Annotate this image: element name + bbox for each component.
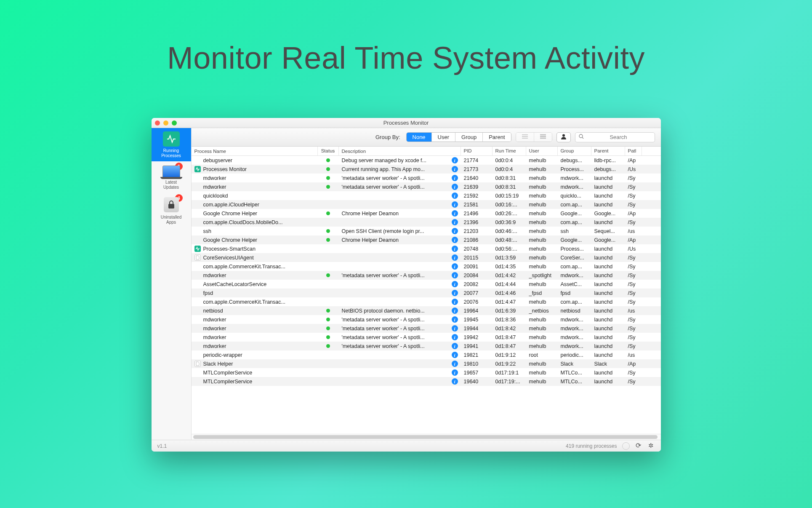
cell-group: Process...	[558, 166, 591, 172]
column-header-pid[interactable]: PID	[461, 147, 493, 155]
sidebar-item-latest-updates[interactable]: 6 Latest Updates	[152, 161, 191, 193]
scrollbar-thumb[interactable]	[193, 435, 658, 439]
sidebar-item-running-processes[interactable]: Running Processes	[152, 128, 191, 161]
table-row[interactable]: com.apple.CommerceKit.Transac...i200910d…	[192, 262, 661, 271]
groupby-option-user[interactable]: User	[432, 133, 455, 142]
user-icon	[561, 134, 567, 141]
info-icon[interactable]: i	[452, 219, 458, 225]
table-row[interactable]: sshOpen SSH Client (remote login pr...i2…	[192, 227, 661, 235]
table-row[interactable]: Google Chrome HelperChrome Helper Deamon…	[192, 209, 661, 218]
status-running-icon	[326, 176, 330, 180]
info-icon[interactable]: i	[452, 237, 458, 243]
column-header-description[interactable]: Description	[339, 147, 461, 155]
table-row[interactable]: MTLCompilerServicei196570d17:19:1mehulbM…	[192, 368, 661, 377]
info-icon[interactable]: i	[452, 343, 458, 349]
table-row[interactable]: mdworker'metadata server worker' - A spo…	[192, 182, 661, 191]
info-icon[interactable]: i	[452, 246, 458, 252]
table-row[interactable]: com.apple.CloudDocs.MobileDo...i213960d0…	[192, 218, 661, 227]
cell-path: /us	[625, 308, 642, 314]
info-icon[interactable]: i	[452, 281, 458, 287]
cell-parent: Google...	[591, 211, 625, 217]
search-field[interactable]	[575, 132, 655, 142]
info-icon[interactable]: i	[452, 352, 458, 358]
cell-pid: 20076	[461, 299, 493, 305]
cell-runtime: 0d0:8:31	[493, 175, 526, 181]
table-row[interactable]: Google Chrome HelperChrome Helper Deamon…	[192, 235, 661, 244]
table-row[interactable]: mdworker'metadata server worker' - A spo…	[192, 315, 661, 324]
column-header-path[interactable]: Patl	[625, 147, 642, 155]
cell-group: AssetC...	[558, 281, 591, 287]
search-input[interactable]	[586, 134, 651, 140]
cell-process-name: com.apple.CloudDocs.MobileDo...	[192, 219, 318, 225]
column-header-user[interactable]: User	[526, 147, 558, 155]
settings-button[interactable]: ✲	[647, 442, 655, 450]
table-row[interactable]: quicklookdi215920d0:15:19mehulbquicklo..…	[192, 191, 661, 200]
column-header-status[interactable]: Status	[318, 147, 339, 155]
info-icon[interactable]: i	[452, 361, 458, 367]
groupby-option-parent[interactable]: Parent	[483, 133, 511, 142]
info-icon[interactable]: i	[452, 157, 458, 163]
cell-pid: 19942	[461, 334, 493, 340]
table-row[interactable]: periodic-wrapperi198210d1:9:12rootperiod…	[192, 350, 661, 359]
info-icon[interactable]: i	[452, 263, 458, 270]
cell-user: mehulb	[526, 184, 558, 190]
column-header-runtime[interactable]: Run Time	[493, 147, 526, 155]
info-icon[interactable]: i	[452, 184, 458, 190]
table-row[interactable]: mdworker'metadata server worker' - A spo…	[192, 333, 661, 342]
info-icon[interactable]: i	[452, 193, 458, 199]
info-icon[interactable]: i	[452, 369, 458, 376]
column-header-group[interactable]: Group	[558, 147, 591, 155]
info-icon[interactable]: i	[452, 316, 458, 323]
info-icon[interactable]: i	[452, 175, 458, 181]
cell-runtime: 0d17:19:...	[493, 379, 526, 385]
cell-parent: launchd	[591, 264, 625, 270]
info-icon[interactable]: i	[452, 210, 458, 217]
cell-parent: launchd	[591, 175, 625, 181]
cell-parent: debugs...	[591, 166, 625, 172]
column-header-parent[interactable]: Parent	[591, 147, 625, 155]
user-filter-button[interactable]	[556, 132, 571, 142]
table-row[interactable]: CoreServicesUIAgenti201150d1:3:59mehulbC…	[192, 253, 661, 262]
table-row[interactable]: Slack Helperi198100d1:9:22mehulbSlackSla…	[192, 359, 661, 368]
info-icon[interactable]: i	[452, 325, 458, 332]
table-row[interactable]: Processes-SmartScani207480d0:56:...mehul…	[192, 244, 661, 253]
view-list-bold-icon[interactable]	[534, 133, 552, 142]
info-icon[interactable]: i	[452, 228, 458, 234]
cell-user: mehulb	[526, 228, 558, 234]
table-row[interactable]: fpsdi200770d1:4:46_fpsdfpsdlaunchd/Sy	[192, 289, 661, 297]
column-header-process-name[interactable]: Process Name	[192, 147, 318, 155]
table-row[interactable]: debugserverDebug server managed by xcode…	[192, 156, 661, 165]
cell-path: /Sy	[625, 370, 642, 376]
lock-trash-icon	[164, 197, 179, 212]
table-row[interactable]: netbiosdNetBIOS protocol daemon. netbio.…	[192, 306, 661, 315]
info-icon[interactable]: i	[452, 334, 458, 340]
info-icon[interactable]: i	[452, 307, 458, 314]
info-icon[interactable]: i	[452, 299, 458, 305]
groupby-option-group[interactable]: Group	[455, 133, 483, 142]
table-row[interactable]: AssetCacheLocatorServicei200820d1:4:44me…	[192, 280, 661, 289]
info-icon[interactable]: i	[452, 254, 458, 261]
table-row[interactable]: Processes MonitorCurrent running app. Th…	[192, 165, 661, 174]
groupby-option-none[interactable]: None	[407, 133, 432, 142]
table-row[interactable]: mdworker'metadata server worker' - A spo…	[192, 174, 661, 182]
info-icon[interactable]: i	[452, 290, 458, 296]
table-row[interactable]: com.apple.CommerceKit.Transac...i200760d…	[192, 297, 661, 306]
table-row[interactable]: mdworker'metadata server worker' - A spo…	[192, 271, 661, 280]
info-icon[interactable]: i	[452, 166, 458, 172]
table-row[interactable]: com.apple.iCloudHelperi215810d0:16:...me…	[192, 200, 661, 209]
cell-parent: launchd	[591, 193, 625, 199]
refresh-button[interactable]: ⟳	[635, 442, 642, 450]
info-icon[interactable]: i	[452, 201, 458, 208]
cell-group: com.ap...	[558, 219, 591, 225]
cell-user: mehulb	[526, 334, 558, 340]
table-row[interactable]: mdworker'metadata server worker' - A spo…	[192, 342, 661, 350]
table-row[interactable]: MTLCompilerServicei196400d17:19:...mehul…	[192, 377, 661, 386]
view-list-icon[interactable]	[516, 133, 534, 142]
table-row[interactable]: mdworker'metadata server worker' - A spo…	[192, 324, 661, 333]
info-icon[interactable]: i	[452, 272, 458, 278]
horizontal-scrollbar[interactable]	[192, 434, 661, 440]
sidebar-item-uninstalled-apps[interactable]: 4 Uninstalled Apps	[152, 193, 191, 228]
cell-runtime: 0d0:26:...	[493, 211, 526, 217]
info-icon[interactable]: i	[452, 378, 458, 385]
cell-parent: launchd	[591, 290, 625, 296]
